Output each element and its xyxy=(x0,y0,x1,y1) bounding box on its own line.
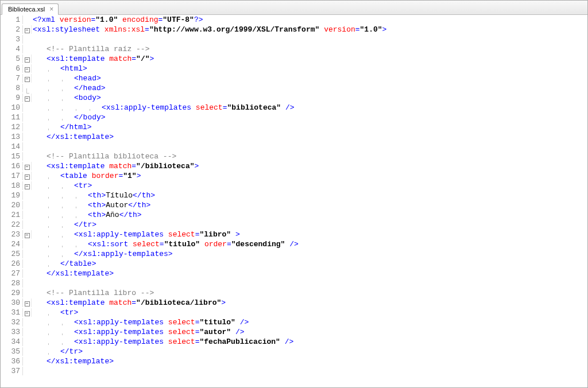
fold-gutter[interactable]: − xyxy=(23,64,32,73)
code-content[interactable]: <html> xyxy=(32,64,87,73)
code-content[interactable]: <th>Autor</th> xyxy=(32,201,150,209)
fold-toggle-icon[interactable]: − xyxy=(25,67,30,72)
code-content[interactable]: </head> xyxy=(32,84,106,92)
code-line[interactable]: 6−<html> xyxy=(1,64,386,73)
code-line[interactable]: 10<xsl:apply-templates select="bibliotec… xyxy=(1,103,386,112)
code-content[interactable]: <th>Año</th> xyxy=(32,211,142,219)
code-content[interactable]: <xsl:apply-templates select="titulo" /> xyxy=(32,318,249,327)
code-line[interactable]: 24<xsl:sort select="titulo" order="desce… xyxy=(1,239,386,249)
code-line[interactable]: 20<th>Autor</th> xyxy=(1,200,386,210)
close-icon[interactable]: × xyxy=(48,5,55,13)
code-line[interactable]: 12</html> xyxy=(1,122,386,132)
fold-toggle-icon[interactable]: − xyxy=(25,233,30,238)
fold-toggle-icon[interactable]: − xyxy=(25,301,30,306)
file-tab[interactable]: Biblioteca.xsl × xyxy=(2,3,59,15)
code-content[interactable]: </xsl:apply-templates> xyxy=(32,250,173,258)
code-line[interactable]: 36</xsl:template> xyxy=(1,356,386,366)
code-content[interactable]: </body> xyxy=(32,113,106,122)
fold-gutter[interactable]: − xyxy=(23,162,32,170)
code-content[interactable]: </xsl:template> xyxy=(32,133,114,141)
code-content[interactable]: </xsl:template> xyxy=(32,357,114,366)
code-line[interactable]: 23−<xsl:apply-templates select="libro" > xyxy=(1,230,386,239)
code-line[interactable]: 28 xyxy=(1,278,386,288)
code-line[interactable]: 26</table> xyxy=(1,259,386,269)
code-content[interactable]: <tr> xyxy=(32,181,92,190)
code-content[interactable]: <!-- Plantilla biblioteca --> xyxy=(32,152,176,161)
code-content[interactable]: <xsl:stylesheet xmlns:xsl="http://www.w3… xyxy=(32,25,386,34)
code-content[interactable]: <body> xyxy=(32,94,101,102)
line-number: 37 xyxy=(1,367,23,375)
code-line[interactable]: 16−<xsl:template match="/biblioteca"> xyxy=(1,161,386,171)
code-line[interactable]: 30−<xsl:template match="/biblioteca/libr… xyxy=(1,298,386,308)
code-line[interactable]: 15<!-- Plantilla biblioteca --> xyxy=(1,152,386,161)
code-content[interactable]: <tr> xyxy=(32,308,78,317)
code-line[interactable]: 37 xyxy=(1,366,386,376)
code-content[interactable]: <!-- Plantilla raíz --> xyxy=(32,45,149,53)
fold-gutter[interactable]: − xyxy=(23,55,32,63)
code-content[interactable]: </tr> xyxy=(32,347,83,356)
code-line[interactable]: 25</xsl:apply-templates> xyxy=(1,249,386,259)
fold-toggle-icon[interactable]: − xyxy=(25,165,30,170)
code-content[interactable]: <xsl:apply-templates select="autor" /> xyxy=(32,328,245,336)
code-line[interactable]: 22</tr> xyxy=(1,220,386,230)
fold-toggle-icon[interactable]: − xyxy=(25,77,30,82)
code-content[interactable]: <xsl:apply-templates select="biblioteca"… xyxy=(32,103,295,112)
code-line[interactable]: 19<th>Título</th> xyxy=(1,191,386,200)
line-number: 2 xyxy=(1,25,23,34)
code-content[interactable]: <xsl:apply-templates select="libro" > xyxy=(32,230,240,239)
fold-toggle-icon[interactable]: − xyxy=(25,96,30,102)
code-content[interactable]: </html> xyxy=(32,123,92,131)
line-number: 32 xyxy=(1,318,23,327)
code-line[interactable]: 7−<head> xyxy=(1,73,386,83)
code-content[interactable]: <head> xyxy=(32,74,101,83)
code-content[interactable]: <table border="1"> xyxy=(32,172,141,180)
fold-toggle-icon[interactable]: − xyxy=(25,311,30,316)
code-content[interactable]: </table> xyxy=(32,259,96,268)
fold-gutter[interactable]: − xyxy=(23,230,32,239)
code-line[interactable]: 17−<table border="1"> xyxy=(1,171,386,181)
fold-toggle-icon[interactable]: − xyxy=(25,174,30,180)
line-number: 12 xyxy=(1,123,23,131)
code-line[interactable]: 27</xsl:template> xyxy=(1,269,386,278)
line-number: 21 xyxy=(1,211,23,219)
code-line[interactable]: 21<th>Año</th> xyxy=(1,210,386,220)
code-line[interactable]: 5−<xsl:template match="/"> xyxy=(1,54,386,64)
code-content[interactable]: <xsl:template match="/biblioteca/libro"> xyxy=(32,298,226,307)
code-editor[interactable]: 1<?xml version="1.0" encoding="UTF-8"?>2… xyxy=(1,15,587,387)
code-line[interactable]: 29<!-- Plantilla libro --> xyxy=(1,288,386,298)
code-line[interactable]: 33<xsl:apply-templates select="autor" /> xyxy=(1,327,386,337)
code-content[interactable]: <?xml version="1.0" encoding="UTF-8"?> xyxy=(32,15,203,24)
fold-gutter[interactable]: − xyxy=(23,308,32,317)
code-line[interactable]: 14 xyxy=(1,142,386,152)
code-line[interactable]: 1<?xml version="1.0" encoding="UTF-8"?> xyxy=(1,15,386,25)
code-line[interactable]: 32<xsl:apply-templates select="titulo" /… xyxy=(1,317,386,327)
fold-gutter[interactable]: − xyxy=(23,181,32,190)
code-content[interactable]: </xsl:template> xyxy=(32,269,114,278)
fold-gutter[interactable]: − xyxy=(23,74,32,83)
fold-gutter[interactable]: − xyxy=(23,25,32,34)
code-line[interactable]: 35</tr> xyxy=(1,347,386,356)
code-content[interactable]: <xsl:sort select="titulo" order="descend… xyxy=(32,240,299,249)
code-line[interactable]: 31−<tr> xyxy=(1,308,386,317)
fold-gutter[interactable]: − xyxy=(23,94,32,102)
fold-gutter[interactable]: − xyxy=(23,172,32,180)
fold-toggle-icon[interactable]: − xyxy=(25,184,30,189)
fold-gutter[interactable]: − xyxy=(23,298,32,307)
code-content[interactable]: <xsl:apply-templates select="fechaPublic… xyxy=(32,337,293,346)
code-line[interactable]: 2−<xsl:stylesheet xmlns:xsl="http://www.… xyxy=(1,25,386,34)
code-content[interactable]: </tr> xyxy=(32,220,96,229)
code-line[interactable]: 34<xsl:apply-templates select="fechaPubl… xyxy=(1,337,386,347)
code-line[interactable]: 18−<tr> xyxy=(1,181,386,191)
code-content[interactable]: <xsl:template match="/biblioteca"> xyxy=(32,162,199,170)
code-line[interactable]: 8</head> xyxy=(1,83,386,93)
code-content[interactable]: <th>Título</th> xyxy=(32,191,155,200)
code-content[interactable]: <xsl:template match="/"> xyxy=(32,55,154,63)
code-line[interactable]: 9−<body> xyxy=(1,93,386,103)
fold-toggle-icon[interactable]: − xyxy=(25,57,30,63)
code-line[interactable]: 3 xyxy=(1,34,386,44)
code-content[interactable]: <!-- Plantilla libro --> xyxy=(32,289,154,297)
code-line[interactable]: 11</body> xyxy=(1,112,386,122)
fold-toggle-icon[interactable]: − xyxy=(25,28,30,33)
code-line[interactable]: 4<!-- Plantilla raíz --> xyxy=(1,44,386,54)
code-line[interactable]: 13</xsl:template> xyxy=(1,132,386,142)
